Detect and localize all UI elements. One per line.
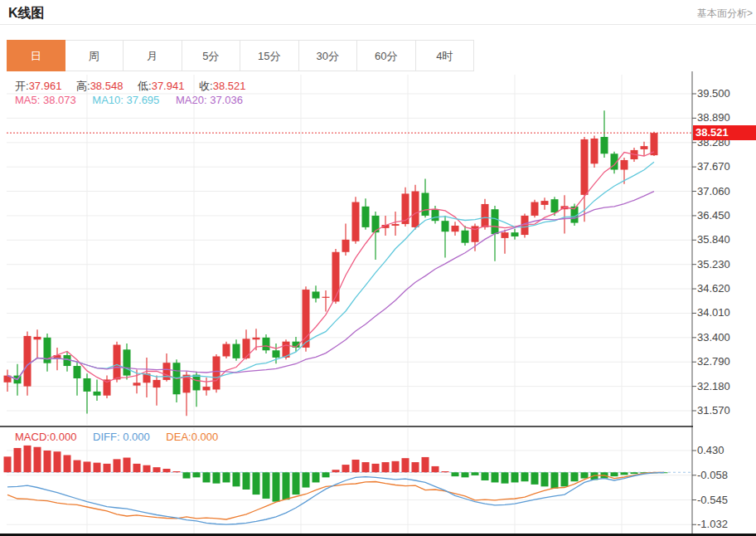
axis-tick-label: -0.545 <box>697 494 747 506</box>
axis-tick-label: 32.180 <box>697 380 747 392</box>
tab-5min[interactable]: 5分 <box>182 40 241 71</box>
ma-row: MA5: 38.073 MA10: 37.695 MA20: 37.036 <box>15 94 256 106</box>
axis-tick-label: 37.060 <box>697 185 747 197</box>
open-label: 开: <box>15 80 29 92</box>
ma10-readout: MA10: 37.695 <box>92 94 159 106</box>
axis-tick-label: 37.670 <box>697 160 747 173</box>
axis-tick-label: -1.032 <box>697 518 747 530</box>
widget-header: K线图 基本面分析> <box>0 0 756 25</box>
current-price-badge: 38.521 <box>693 125 756 140</box>
axis-tick-label: 35.840 <box>697 233 747 246</box>
open-value: 37.961 <box>29 80 62 92</box>
axis-tick-label: 34.620 <box>697 282 747 295</box>
axis-tick-label: 36.450 <box>697 209 747 222</box>
low-label: 低: <box>138 80 152 92</box>
macd-info-row: MACD:0.000 DIFF: 0.000 DEA:0.000 <box>15 431 231 443</box>
low-value: 37.941 <box>152 80 185 92</box>
ma5-readout: MA5: 38.073 <box>15 94 76 106</box>
close-label: 收: <box>199 80 213 92</box>
diff-readout: DIFF: 0.000 <box>93 431 150 443</box>
tab-monthly[interactable]: 月 <box>124 40 182 71</box>
tab-daily[interactable]: 日 <box>7 40 65 71</box>
period-tabs: 日 周 月 5分 15分 30分 60分 4时 <box>7 40 474 71</box>
page-title: K线图 <box>8 5 45 22</box>
tab-60min[interactable]: 60分 <box>357 40 416 71</box>
ma20-readout: MA20: 37.036 <box>176 94 243 106</box>
axis-tick-label: 34.010 <box>697 306 747 319</box>
axis-tick-label: 31.570 <box>697 404 747 417</box>
tab-15min[interactable]: 15分 <box>240 40 299 71</box>
axis-tick-label: 35.230 <box>697 258 747 270</box>
macd-readout: MACD:0.000 <box>15 431 76 443</box>
axis-tick-label: 38.890 <box>697 111 747 124</box>
axis-tick-label: 0.430 <box>697 444 747 456</box>
dea-readout: DEA:0.000 <box>166 431 218 443</box>
tab-weekly[interactable]: 周 <box>65 40 124 71</box>
high-label: 高: <box>76 80 90 92</box>
axis-tick-label: 39.500 <box>697 87 747 100</box>
tab-30min[interactable]: 30分 <box>299 40 358 71</box>
axis-tick-label: 32.790 <box>697 355 747 368</box>
tab-4hour[interactable]: 4时 <box>416 40 475 71</box>
axis-tick-label: 33.400 <box>697 331 747 344</box>
fundamental-analysis-link[interactable]: 基本面分析> <box>697 7 753 21</box>
high-value: 38.548 <box>90 80 124 92</box>
ohlc-row: 开:37.961 高:38.548 低:37.941 收:38.521 <box>15 79 257 94</box>
axis-tick-label: -0.058 <box>697 469 747 481</box>
close-value: 38.521 <box>213 80 246 92</box>
kline-widget: K线图 基本面分析> 日 周 月 5分 15分 30分 60分 4时 开:37.… <box>0 0 756 536</box>
